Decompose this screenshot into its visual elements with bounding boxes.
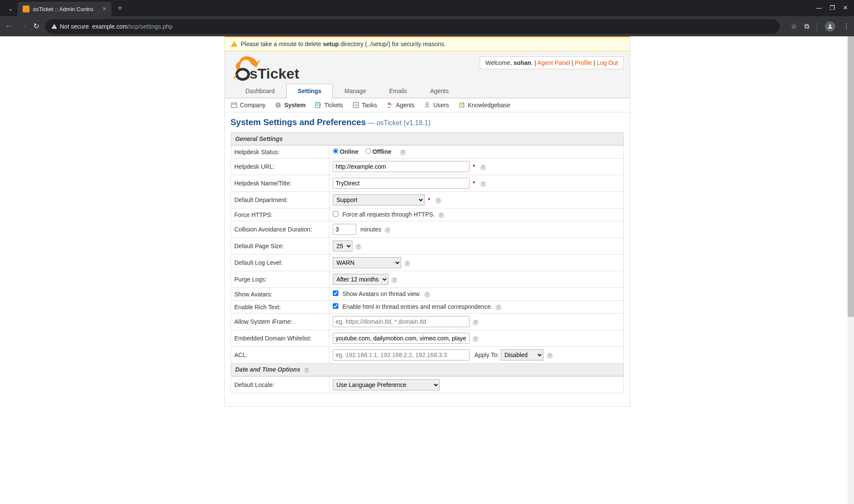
checkbox-richtext[interactable]: [333, 303, 338, 309]
tab-dashboard[interactable]: Dashboard: [234, 84, 287, 98]
svg-point-14: [390, 104, 392, 106]
tab-close-icon[interactable]: ×: [103, 5, 106, 13]
svg-rect-3: [232, 104, 233, 105]
input-acl[interactable]: [333, 349, 470, 360]
logout-link[interactable]: Log Out: [597, 59, 618, 66]
label-collision: Collision Avoidance Duration:: [231, 221, 329, 238]
subtab-users[interactable]: Users: [424, 101, 449, 109]
label-locale: Default Locale:: [231, 377, 329, 393]
svg-rect-10: [353, 103, 358, 108]
app-container: Please take a minute to delete setup dir…: [224, 36, 630, 407]
input-iframe[interactable]: [333, 316, 470, 327]
warning-triangle-icon: [51, 23, 57, 29]
browser-tab[interactable]: osTicket :: Admin Contro ×: [18, 2, 112, 16]
subtab-tasks[interactable]: Tasks: [352, 101, 377, 109]
username: sohan: [514, 59, 531, 66]
subtab-system[interactable]: System: [275, 101, 305, 109]
profile-avatar-icon[interactable]: [825, 21, 835, 32]
label-avatars: Show Avatars:: [231, 288, 329, 301]
svg-point-6: [277, 104, 279, 106]
agents-icon: [387, 102, 393, 108]
section-general: General Settings: [231, 132, 624, 145]
input-helpdesk-url[interactable]: [333, 161, 470, 172]
back-icon[interactable]: ←: [4, 22, 13, 31]
label-page-size: Default Page Size:: [231, 238, 329, 255]
select-log-level[interactable]: WARN: [333, 257, 401, 268]
subtab-company[interactable]: Company: [231, 101, 266, 109]
select-acl-applyto[interactable]: Disabled: [501, 349, 543, 360]
svg-text:sTicket: sTicket: [249, 65, 299, 82]
help-icon[interactable]: ?: [472, 319, 478, 325]
tab-agents[interactable]: Agents: [419, 84, 461, 98]
help-icon[interactable]: ?: [496, 305, 502, 311]
scrollbar[interactable]: [848, 36, 854, 407]
forward-icon[interactable]: →: [19, 22, 27, 31]
settings-form: Helpdesk Status: Online Offline ? Helpde…: [231, 145, 624, 363]
select-page-size[interactable]: 25: [333, 240, 352, 252]
help-icon[interactable]: ?: [480, 164, 486, 170]
select-locale[interactable]: Use Language Preference: [333, 379, 440, 390]
label-default-dept: Default Department:: [231, 192, 329, 208]
required-mark: *: [428, 196, 430, 203]
input-helpdesk-name[interactable]: [333, 178, 470, 189]
label-helpdesk-status: Helpdesk Status:: [231, 146, 329, 158]
radio-offline[interactable]: [365, 148, 371, 154]
reload-icon[interactable]: ↻: [33, 22, 39, 31]
help-icon[interactable]: ?: [472, 336, 478, 342]
checkbox-avatars[interactable]: [333, 290, 338, 296]
menu-dots-icon[interactable]: ⋮: [843, 22, 850, 30]
help-icon[interactable]: ?: [480, 181, 486, 187]
select-default-dept[interactable]: Support: [333, 194, 425, 205]
bookmark-star-icon[interactable]: ☆: [791, 22, 797, 30]
ticket-icon: [315, 102, 322, 108]
help-icon[interactable]: ?: [304, 367, 310, 373]
new-tab-icon[interactable]: +: [112, 3, 129, 13]
tab-title: osTicket :: Admin Contro: [33, 6, 93, 12]
tab-manage[interactable]: Manage: [333, 84, 378, 98]
close-window-icon[interactable]: ✕: [843, 4, 848, 11]
user-box: Welcome, sohan. | Agent Panel | Profile …: [480, 56, 623, 69]
help-icon[interactable]: ?: [438, 212, 444, 218]
subtab-agents[interactable]: Agents: [387, 101, 415, 109]
help-icon[interactable]: ?: [435, 198, 441, 204]
label-embed: Embedded Domain Whitelist:: [231, 330, 329, 347]
extensions-icon[interactable]: ⧉: [804, 23, 809, 30]
radio-online[interactable]: [333, 148, 338, 154]
separator: [817, 22, 817, 31]
required-mark: *: [472, 180, 475, 187]
main-tabs: Dashboard Settings Manage Emails Agents: [225, 83, 630, 98]
help-icon[interactable]: ?: [404, 261, 410, 267]
subtab-tickets[interactable]: Tickets: [315, 101, 343, 109]
help-icon[interactable]: ?: [384, 227, 390, 233]
url-text: example.com/scp/settings.php: [92, 23, 173, 30]
address-bar[interactable]: Not secure example.com/scp/settings.php: [45, 19, 780, 34]
scrollbar-thumb[interactable]: [848, 36, 854, 317]
section-datetime: Date and Time Options ?: [231, 363, 624, 376]
help-icon[interactable]: ?: [355, 244, 361, 250]
minimize-icon[interactable]: —: [816, 4, 822, 11]
svg-text:+: +: [463, 105, 465, 108]
svg-rect-5: [235, 104, 236, 105]
tab-settings[interactable]: Settings: [286, 84, 333, 98]
checkbox-force-https[interactable]: [333, 211, 338, 217]
maximize-icon[interactable]: ❐: [830, 4, 835, 11]
label-helpdesk-url: Helpdesk URL:: [231, 158, 329, 175]
tab-search-icon[interactable]: ⌄: [3, 4, 18, 12]
select-purge-logs[interactable]: After 12 months: [333, 274, 388, 285]
svg-point-0: [237, 69, 249, 79]
help-icon[interactable]: ?: [547, 353, 553, 359]
agent-panel-link[interactable]: Agent Panel: [537, 59, 570, 66]
browser-tab-strip: ⌄ osTicket :: Admin Contro × + — ❐ ✕: [0, 0, 854, 16]
page-title: System Settings and Preferences — osTick…: [231, 117, 624, 127]
subtab-knowledgebase[interactable]: + Knowledgebase: [458, 101, 511, 109]
tab-emails[interactable]: Emails: [378, 84, 419, 98]
help-icon[interactable]: ?: [424, 292, 430, 298]
input-embed[interactable]: [333, 333, 470, 344]
content: System Settings and Preferences — osTick…: [225, 112, 630, 406]
browser-toolbar: ← → ↻ Not secure example.com/scp/setting…: [0, 16, 854, 36]
input-collision[interactable]: [333, 224, 356, 235]
help-icon[interactable]: ?: [391, 277, 397, 283]
help-icon[interactable]: ?: [400, 149, 406, 155]
security-indicator[interactable]: Not secure: [51, 23, 89, 30]
profile-link[interactable]: Profile: [575, 59, 592, 66]
